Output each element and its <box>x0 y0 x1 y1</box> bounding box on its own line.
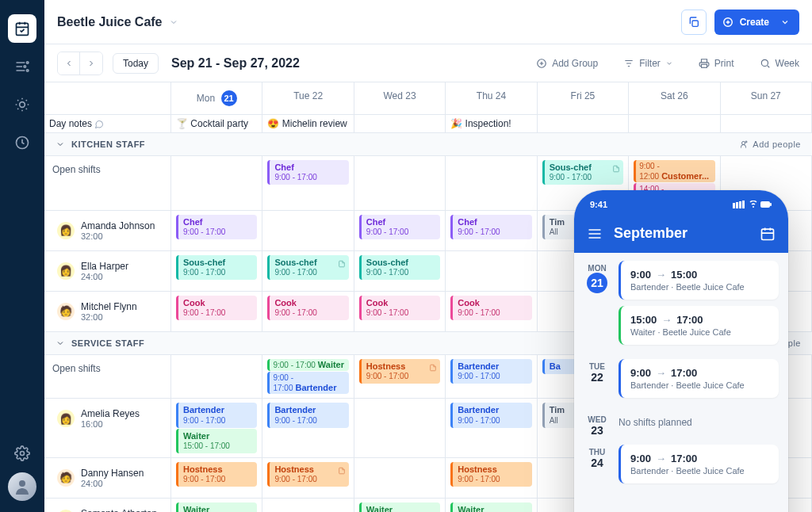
sidebar <box>0 0 44 512</box>
person-cell[interactable]: 🧑Mitchel Flynn32:00 <box>49 295 166 328</box>
shift-card[interactable]: Waiter15:00 - 17:00 <box>176 429 257 453</box>
print-button[interactable]: Print <box>699 58 734 69</box>
svg-rect-21 <box>760 201 770 208</box>
shift-card[interactable]: Waiter9:00 - 17:00 <box>359 502 440 512</box>
location-title: Beetle Juice Cafe <box>57 15 163 29</box>
chevron-down-icon <box>169 17 178 27</box>
mobile-day-label: WED23 <box>584 412 611 437</box>
shift-card[interactable]: Chef9:00 - 17:00 <box>450 215 531 239</box>
svg-point-2 <box>24 66 26 68</box>
sidebar-item-tasks[interactable] <box>8 52 36 81</box>
mobile-day: THU24 9:00→17:00 Bartender · Beetle Juic… <box>584 445 779 490</box>
svg-point-4 <box>20 102 25 108</box>
mobile-shift-card[interactable]: 9:00→17:00 Bartender · Beetle Juice Cafe <box>619 359 779 398</box>
mobile-shift-card[interactable]: 9:00→17:00 Bartender · Beetle Juice Cafe <box>619 445 779 483</box>
location-selector[interactable]: Beetle Juice Cafe <box>57 15 178 29</box>
chevron-down-icon <box>780 17 790 27</box>
shift-card[interactable]: 9:00 - 12:00Customer... <box>634 160 714 182</box>
shift-card[interactable]: Chef9:00 - 17:00 <box>359 215 440 239</box>
plus-circle-icon <box>722 17 733 28</box>
group-header[interactable]: KITCHEN STAFF Add people <box>44 133 812 156</box>
svg-point-12 <box>761 59 768 66</box>
shift-card[interactable]: Cook9:00 - 17:00 <box>359 296 440 320</box>
person-cell[interactable]: 🧑Danny Hansen24:00 <box>49 461 166 495</box>
shift-card[interactable]: Chef9:00 - 17:00 <box>176 215 257 239</box>
shift-card[interactable]: Hostness9:00 - 17:00 <box>450 462 531 487</box>
mobile-day: WED23No shifts planned <box>584 412 779 437</box>
shift-card[interactable]: Sous-chef9:00 - 17:00 <box>267 255 348 280</box>
day-note: 😍 Michelin review <box>267 118 347 129</box>
prev-button[interactable] <box>58 52 80 75</box>
day-header[interactable]: Tue 22 <box>262 82 354 115</box>
mobile-day-label: THU24 <box>584 445 611 490</box>
mobile-preview: 9:41 September MON21 9:00→15:00 Bartende… <box>574 190 788 512</box>
phone-title: September <box>614 225 749 242</box>
add-people-button[interactable]: Add people <box>740 139 801 149</box>
shift-card[interactable]: Bartender9:00 - 17:00 <box>267 403 348 427</box>
shift-card[interactable]: Cook9:00 - 17:00 <box>450 296 531 320</box>
svg-rect-8 <box>692 21 698 26</box>
create-button[interactable]: Create <box>714 10 799 35</box>
search-icon <box>760 58 771 69</box>
svg-rect-19 <box>742 201 745 208</box>
mobile-no-shift: No shifts planned <box>619 412 779 433</box>
date-nav <box>57 52 103 75</box>
sidebar-item-day[interactable] <box>8 90 36 119</box>
person-cell[interactable]: 👩Amelia Reyes16:00 <box>49 402 166 435</box>
shift-card[interactable]: 9:00 - 17:00Bartender <box>267 372 348 394</box>
day-note: 🎉 Inspection! <box>450 118 511 129</box>
shift-card[interactable]: Hostness9:00 - 17:00 <box>359 359 440 384</box>
hamburger-icon[interactable] <box>587 226 603 242</box>
svg-rect-22 <box>770 203 772 206</box>
print-icon <box>699 58 710 69</box>
shift-card[interactable]: Bartender9:00 - 17:00 <box>176 403 257 427</box>
shift-card[interactable]: Chef9:00 - 17:00 <box>267 160 348 185</box>
shift-card[interactable]: Sous-chef9:00 - 17:00 <box>359 255 440 280</box>
svg-rect-23 <box>762 229 774 239</box>
next-button[interactable] <box>80 52 102 75</box>
day-header[interactable]: Mon 21 <box>171 82 262 115</box>
shift-card[interactable]: 9:00 - 17:00Waiter <box>267 359 348 371</box>
shift-card[interactable]: Bartender9:00 - 17:00 <box>450 403 531 427</box>
svg-rect-11 <box>701 64 707 67</box>
filter-button[interactable]: Filter <box>623 58 673 69</box>
person-cell[interactable]: 👩Amanda Johnson32:00 <box>49 214 166 247</box>
sidebar-item-schedule[interactable] <box>8 14 36 43</box>
sidebar-item-settings[interactable] <box>8 439 36 468</box>
shift-card[interactable]: Hostness9:00 - 17:00 <box>267 462 348 487</box>
svg-point-1 <box>26 62 28 64</box>
person-cell[interactable]: 👩Samanta Atherton32:00 <box>49 502 166 512</box>
note-icon <box>612 165 620 173</box>
person-cell[interactable]: 👩Ella Harper24:00 <box>49 254 166 288</box>
svg-point-13 <box>742 142 745 145</box>
shift-card[interactable]: Hostness9:00 - 17:00 <box>176 462 257 487</box>
shift-card[interactable]: Sous-chef9:00 - 17:00 <box>176 255 257 280</box>
mobile-shift-card[interactable]: 9:00→15:00 Bartender · Beetle Juice Cafe <box>619 261 779 300</box>
day-header[interactable]: Fri 25 <box>538 82 629 115</box>
today-button[interactable]: Today <box>113 53 159 74</box>
mobile-day: TUE22 9:00→17:00 Bartender · Beetle Juic… <box>584 359 779 404</box>
shift-card[interactable]: Bartender9:00 - 17:00 <box>450 359 531 384</box>
day-header[interactable]: Sun 27 <box>721 82 812 115</box>
add-group-button[interactable]: Add Group <box>536 58 598 69</box>
shift-card[interactable]: Cook9:00 - 17:00 <box>176 296 257 320</box>
date-range: Sep 21 - Sep 27, 2022 <box>171 56 300 71</box>
mobile-day: MON21 9:00→15:00 Bartender · Beetle Juic… <box>584 261 779 351</box>
day-note: 🍸 Cocktail party <box>176 118 248 129</box>
mobile-shift-card[interactable]: 15:00→17:00 Waiter · Beetle Juice Cafe <box>619 306 779 345</box>
shift-card[interactable]: Cook9:00 - 17:00 <box>267 296 348 320</box>
day-header[interactable]: Sat 26 <box>629 82 720 115</box>
shift-card[interactable]: Waiter9:00 - 17:00 <box>450 502 531 512</box>
svg-rect-16 <box>733 203 735 208</box>
phone-status-bar: 9:41 <box>574 190 788 219</box>
copy-button[interactable] <box>681 10 707 35</box>
calendar-icon[interactable] <box>760 226 776 242</box>
week-view-button[interactable]: Week <box>760 58 799 69</box>
day-header[interactable]: Wed 23 <box>354 82 446 115</box>
day-header[interactable]: Thu 24 <box>446 82 537 115</box>
shift-card[interactable]: Waiter9:00 - 17:00 <box>176 502 257 512</box>
sidebar-item-history[interactable] <box>8 128 36 157</box>
shift-card[interactable]: Sous-chef9:00 - 17:00 <box>542 160 623 185</box>
user-avatar[interactable] <box>8 472 36 501</box>
chevron-down-icon <box>665 59 673 67</box>
